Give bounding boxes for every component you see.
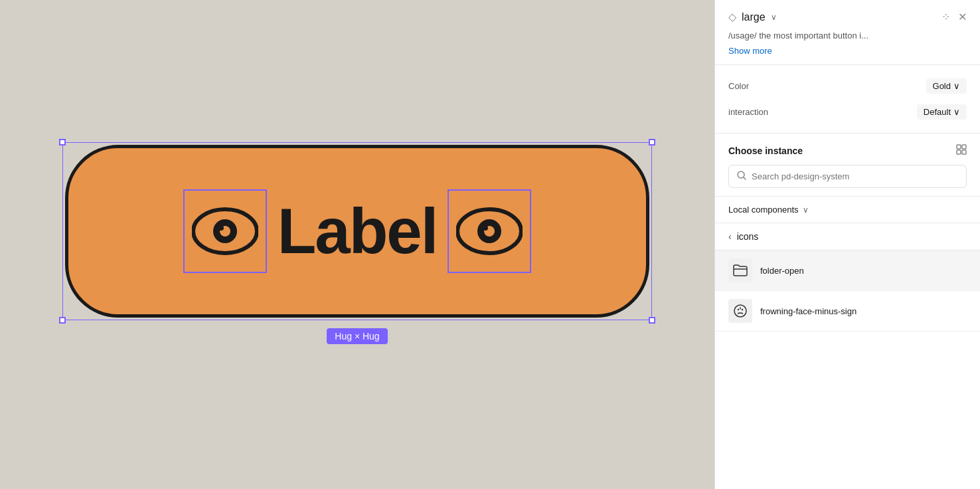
interaction-value-dropdown[interactable]: Default ∨ — [917, 104, 967, 120]
search-box[interactable] — [728, 165, 967, 188]
interaction-property-row: interaction Default ∨ — [728, 99, 967, 125]
button-component[interactable]: Label — [65, 145, 649, 318]
svg-rect-10 — [957, 150, 961, 154]
left-icon-container — [189, 195, 262, 268]
show-more-link[interactable]: Show more — [728, 46, 772, 56]
svg-rect-9 — [962, 145, 966, 149]
local-components-chevron: ∨ — [803, 205, 809, 215]
local-components-label: Local components — [728, 205, 799, 215]
icons-section-label: icons — [737, 231, 759, 242]
interaction-label: interaction — [728, 107, 768, 117]
folder-open-preview — [728, 258, 752, 282]
color-label: Color — [728, 81, 749, 91]
right-eye-icon — [456, 205, 523, 258]
grid-icon[interactable] — [956, 144, 967, 157]
usage-text: /usage/ the most important button i... — [728, 30, 967, 42]
right-panel: ◇ large ∨ ⁘ ✕ /usage/ the most important… — [714, 0, 980, 489]
svg-rect-8 — [957, 145, 961, 149]
choose-instance-title: Choose instance — [728, 146, 803, 156]
canvas: Label Hug × Hug — [0, 0, 714, 489]
frowning-face-name: frowning-face-minus-sign — [760, 306, 857, 316]
svg-point-16 — [742, 309, 743, 310]
handle-bottom-left[interactable] — [59, 317, 66, 324]
panel-icons-right: ⁘ ✕ — [941, 11, 967, 23]
list-item[interactable]: frowning-face-minus-sign — [715, 291, 980, 332]
search-input[interactable] — [752, 171, 958, 181]
svg-point-14 — [734, 305, 746, 317]
frowning-face-preview — [728, 299, 752, 323]
choose-instance-section: Choose instance — [715, 134, 980, 197]
interaction-chevron-icon: ∨ — [953, 107, 960, 117]
interaction-value-text: Default — [924, 107, 951, 117]
component-wrapper: Label Hug × Hug — [65, 145, 649, 344]
four-dots-icon[interactable]: ⁘ — [941, 11, 950, 23]
panel-top: ◇ large ∨ ⁘ ✕ /usage/ the most important… — [715, 0, 980, 65]
handle-bottom-right[interactable] — [649, 317, 655, 324]
icons-breadcrumb: ‹ icons — [715, 223, 980, 250]
local-components-header[interactable]: Local components ∨ — [728, 205, 967, 215]
color-property-row: Color Gold ∨ — [728, 73, 967, 99]
svg-point-3 — [218, 225, 224, 231]
icon-list: folder-open frowning-face-minus-sign — [715, 250, 980, 489]
svg-line-13 — [744, 177, 746, 179]
local-components-section: Local components ∨ — [715, 197, 980, 223]
left-eye-icon — [192, 205, 258, 258]
svg-rect-11 — [962, 150, 966, 154]
back-arrow-icon[interactable]: ‹ — [728, 231, 732, 242]
selection-box[interactable]: Label — [65, 145, 649, 318]
diamond-icon: ◇ — [728, 11, 736, 23]
list-item[interactable]: folder-open — [715, 250, 980, 291]
properties-section: Color Gold ∨ interaction Default ∨ — [715, 65, 980, 134]
right-icon-container — [453, 195, 526, 268]
choose-instance-header: Choose instance — [728, 144, 967, 157]
search-icon — [737, 171, 746, 182]
component-name: large — [742, 11, 766, 23]
panel-top-header: ◇ large ∨ ⁘ ✕ — [728, 11, 967, 23]
handle-top-left[interactable] — [59, 139, 66, 146]
svg-point-15 — [738, 309, 739, 310]
hug-badge: Hug × Hug — [327, 328, 387, 344]
component-name-row: ◇ large ∨ — [728, 11, 777, 23]
color-value-text: Gold — [933, 81, 951, 91]
button-label: Label — [278, 199, 438, 263]
svg-point-7 — [483, 225, 488, 231]
handle-top-right[interactable] — [649, 139, 655, 146]
folder-open-name: folder-open — [760, 266, 804, 276]
color-value-dropdown[interactable]: Gold ∨ — [926, 78, 967, 94]
close-icon[interactable]: ✕ — [958, 11, 967, 23]
chevron-down-icon[interactable]: ∨ — [771, 13, 777, 22]
color-chevron-icon: ∨ — [953, 81, 960, 91]
